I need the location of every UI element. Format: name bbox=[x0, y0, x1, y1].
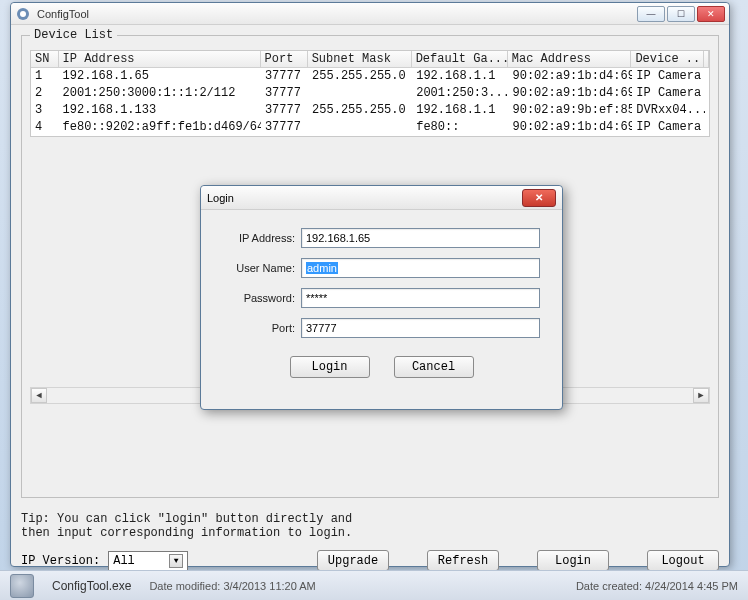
col-gateway[interactable]: Default Ga... bbox=[412, 51, 508, 68]
refresh-button[interactable]: Refresh bbox=[427, 550, 499, 571]
login-dialog: Login ✕ IP Address: 192.168.1.65 User Na… bbox=[200, 185, 563, 410]
dialog-cancel-button[interactable]: Cancel bbox=[394, 356, 474, 378]
groupbox-legend: Device List bbox=[30, 28, 117, 42]
col-port[interactable]: Port bbox=[261, 51, 308, 68]
close-button[interactable]: ✕ bbox=[697, 6, 725, 22]
logout-button[interactable]: Logout bbox=[647, 550, 719, 571]
chevron-down-icon: ▼ bbox=[169, 554, 183, 568]
col-subnet[interactable]: Subnet Mask bbox=[308, 51, 412, 68]
dialog-titlebar[interactable]: Login ✕ bbox=[201, 186, 562, 210]
table-row[interactable]: 3 192.168.1.133 37777 255.255.255.0 192.… bbox=[31, 102, 709, 119]
ip-version-select[interactable]: All ▼ bbox=[108, 551, 188, 571]
table-row[interactable]: 1 192.168.1.65 37777 255.255.255.0 192.1… bbox=[31, 68, 709, 85]
titlebar[interactable]: ConfigTool — ☐ ✕ bbox=[11, 3, 729, 25]
device-table[interactable]: SN IP Address Port Subnet Mask Default G… bbox=[30, 50, 710, 137]
file-icon bbox=[10, 574, 34, 598]
dialog-close-button[interactable]: ✕ bbox=[522, 189, 556, 207]
password-label: Password: bbox=[223, 292, 295, 304]
username-label: User Name: bbox=[223, 262, 295, 274]
upgrade-button[interactable]: Upgrade bbox=[317, 550, 389, 571]
dialog-login-button[interactable]: Login bbox=[290, 356, 370, 378]
scroll-right-icon[interactable]: ► bbox=[693, 388, 709, 403]
svg-point-1 bbox=[20, 11, 26, 17]
file-name: ConfigTool.exe bbox=[52, 579, 131, 593]
explorer-details-pane: ConfigTool.exe Date modified: 3/4/2013 1… bbox=[0, 570, 748, 600]
window-title: ConfigTool bbox=[37, 8, 631, 20]
col-mac[interactable]: Mac Address bbox=[508, 51, 632, 68]
app-icon bbox=[15, 6, 31, 22]
col-ip[interactable]: IP Address bbox=[59, 51, 261, 68]
table-row[interactable]: 2 2001:250:3000:1::1:2/112 37777 2001:25… bbox=[31, 85, 709, 102]
port-label: Port: bbox=[223, 322, 295, 334]
ip-version-label: IP Version: bbox=[21, 554, 100, 568]
login-button[interactable]: Login bbox=[537, 550, 609, 571]
ip-label: IP Address: bbox=[223, 232, 295, 244]
scroll-left-icon[interactable]: ◄ bbox=[31, 388, 47, 403]
username-input[interactable]: admin bbox=[301, 258, 540, 278]
ip-input[interactable]: 192.168.1.65 bbox=[301, 228, 540, 248]
maximize-button[interactable]: ☐ bbox=[667, 6, 695, 22]
port-input[interactable]: 37777 bbox=[301, 318, 540, 338]
col-http[interactable]: Http bbox=[704, 51, 709, 68]
col-sn[interactable]: SN bbox=[31, 51, 59, 68]
minimize-button[interactable]: — bbox=[637, 6, 665, 22]
col-device[interactable]: Device ... bbox=[631, 51, 704, 68]
password-input[interactable]: ***** bbox=[301, 288, 540, 308]
table-row[interactable]: 4 fe80::9202:a9ff:fe1b:d469/64 37777 fe8… bbox=[31, 119, 709, 136]
dialog-title: Login bbox=[207, 192, 234, 204]
tip-text: Tip: You can click "login" button direct… bbox=[21, 512, 719, 540]
